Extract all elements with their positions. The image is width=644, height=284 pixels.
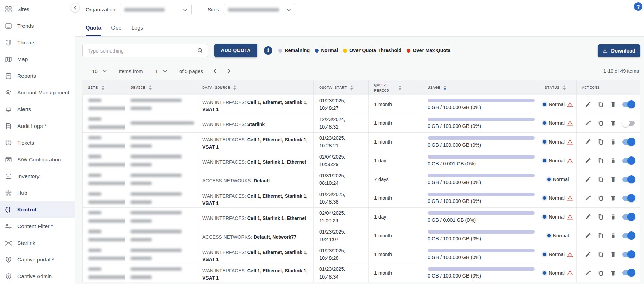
- sidebar-item-kontrol[interactable]: Kontrol: [0, 201, 75, 218]
- enable-toggle[interactable]: [622, 214, 635, 220]
- sidebar-item-map[interactable]: Map: [0, 51, 75, 68]
- enable-toggle[interactable]: [622, 270, 635, 275]
- edit-button[interactable]: [585, 138, 592, 145]
- sidebar-item-alerts[interactable]: Alerts: [0, 101, 75, 118]
- ticket-icon: [5, 139, 12, 147]
- enable-toggle[interactable]: [622, 102, 635, 107]
- duplicate-button[interactable]: [597, 195, 604, 201]
- column-header-usage[interactable]: USAGE: [422, 80, 539, 95]
- column-header-data-source[interactable]: DATA SOURCE: [197, 80, 313, 95]
- delete-button[interactable]: [610, 270, 616, 276]
- sort-icon[interactable]: [233, 85, 236, 90]
- sidebar-item-tickets[interactable]: Tickets: [0, 134, 75, 151]
- sort-icon-active-desc[interactable]: [444, 85, 446, 90]
- duplicate-button[interactable]: [597, 157, 604, 164]
- enable-toggle[interactable]: [622, 196, 635, 201]
- help-button[interactable]: ?: [634, 2, 642, 11]
- delete-button[interactable]: [610, 195, 616, 201]
- column-header-device[interactable]: DEVICE: [125, 80, 197, 95]
- delete-button[interactable]: [610, 232, 616, 239]
- duplicate-button[interactable]: [597, 120, 604, 126]
- page-select[interactable]: 1: [155, 68, 167, 74]
- duplicate-button[interactable]: [597, 232, 604, 239]
- sidebar-item-threats[interactable]: Threats: [0, 34, 75, 51]
- enable-toggle[interactable]: [622, 177, 635, 182]
- edit-button[interactable]: [585, 101, 592, 108]
- delete-button[interactable]: [610, 213, 616, 220]
- warning-icon[interactable]: [567, 252, 573, 257]
- column-header-status[interactable]: STATUS: [539, 80, 576, 95]
- warning-icon[interactable]: [567, 214, 573, 220]
- sort-icon[interactable]: [149, 85, 152, 90]
- table-row: WAN INTERFACES: Cell 1, Starlink 1, Ethe…: [82, 207, 640, 226]
- sidebar-item-sw-configuration[interactable]: S/W Configuration: [0, 151, 75, 168]
- previous-page-button[interactable]: [213, 69, 217, 73]
- sort-icon[interactable]: [563, 85, 566, 90]
- app-root: Sites Trends Threats Map Reports Account…: [0, 0, 644, 284]
- tab-geo[interactable]: Geo: [111, 19, 121, 36]
- warning-icon[interactable]: [567, 270, 573, 276]
- duplicate-button[interactable]: [597, 138, 604, 145]
- enable-toggle[interactable]: [622, 158, 635, 163]
- sidebar-item-audit-logs[interactable]: Audit Logs *: [0, 118, 75, 134]
- duplicate-button[interactable]: [597, 251, 604, 258]
- edit-button[interactable]: [585, 232, 592, 239]
- blurred-text: [88, 117, 101, 121]
- warning-icon[interactable]: [567, 195, 573, 201]
- delete-button[interactable]: [610, 120, 616, 126]
- sort-icon[interactable]: [399, 85, 401, 90]
- duplicate-button[interactable]: [597, 213, 604, 220]
- warning-icon[interactable]: [567, 120, 573, 126]
- next-page-button[interactable]: [226, 69, 231, 73]
- warning-icon[interactable]: [567, 139, 573, 145]
- tab-logs[interactable]: Logs: [131, 19, 143, 36]
- warning-icon[interactable]: [567, 158, 573, 164]
- duplicate-button[interactable]: [597, 270, 604, 276]
- sidebar-item-reports[interactable]: Reports: [0, 68, 75, 84]
- sidebar-item-content-filter[interactable]: Content Filter *: [0, 218, 75, 235]
- status-dot-icon: [547, 178, 551, 181]
- organization-select[interactable]: [120, 4, 192, 15]
- delete-button[interactable]: [610, 157, 616, 164]
- edit-button[interactable]: [585, 176, 592, 183]
- edit-button[interactable]: [585, 251, 592, 258]
- enable-toggle[interactable]: [622, 252, 635, 257]
- info-icon[interactable]: i: [264, 46, 272, 55]
- column-header-site[interactable]: SITE: [82, 80, 125, 95]
- delete-button[interactable]: [610, 251, 616, 258]
- download-button[interactable]: Download: [598, 44, 640, 57]
- edit-button[interactable]: [585, 157, 592, 164]
- edit-button[interactable]: [585, 120, 592, 126]
- duplicate-button[interactable]: [597, 101, 604, 108]
- add-quota-button[interactable]: ADD QUOTA: [214, 44, 257, 57]
- enable-toggle[interactable]: [622, 139, 635, 145]
- sort-icon[interactable]: [102, 85, 104, 90]
- sidebar-item-inventory[interactable]: Inventory: [0, 168, 75, 184]
- edit-button[interactable]: [585, 270, 592, 276]
- sidebar-item-hub[interactable]: Hub: [0, 184, 75, 201]
- sidebar-item-captive-portal[interactable]: Captive portal *: [0, 251, 75, 268]
- collapse-sidebar-button[interactable]: [71, 3, 80, 12]
- enable-toggle[interactable]: [622, 233, 635, 238]
- sort-icon[interactable]: [350, 85, 353, 90]
- sidebar-item-trends[interactable]: Trends: [0, 17, 75, 34]
- sidebar-item-account-management[interactable]: Account Management: [0, 84, 75, 101]
- warning-icon[interactable]: [567, 102, 573, 107]
- edit-button[interactable]: [585, 213, 592, 220]
- delete-button[interactable]: [610, 101, 616, 108]
- page-size-select[interactable]: 10: [92, 68, 107, 74]
- sites-select[interactable]: [224, 4, 295, 15]
- duplicate-button[interactable]: [597, 176, 604, 183]
- tab-quota[interactable]: Quota: [86, 19, 101, 36]
- enable-toggle[interactable]: [622, 121, 635, 126]
- sidebar-item-captive-admin[interactable]: Captive Admin: [0, 268, 75, 284]
- sidebar-item-starlink[interactable]: Starlink: [0, 235, 75, 251]
- delete-button[interactable]: [610, 176, 616, 183]
- search-input[interactable]: [88, 48, 197, 54]
- column-header-quota-start[interactable]: QUOTA START: [313, 80, 368, 95]
- edit-button[interactable]: [585, 195, 592, 201]
- column-header-quota-period[interactable]: QUOTA PERIOD: [368, 80, 422, 95]
- trends-icon: [5, 22, 12, 30]
- sidebar-item-sites[interactable]: Sites: [0, 1, 75, 17]
- delete-button[interactable]: [610, 138, 616, 145]
